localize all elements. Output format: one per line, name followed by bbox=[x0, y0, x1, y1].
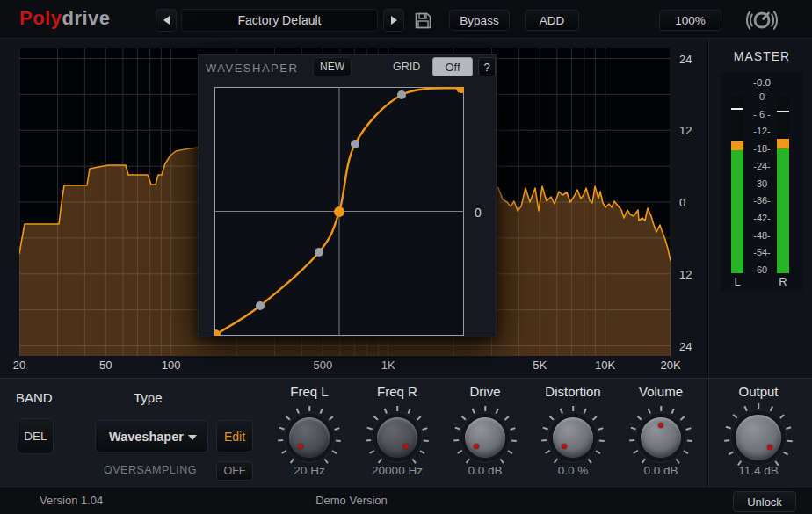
knob-indicator-dot bbox=[767, 445, 772, 450]
knob-tick bbox=[278, 439, 283, 441]
logo-text-drive: drive bbox=[62, 7, 110, 29]
knob-tick bbox=[453, 439, 459, 441]
db-axis: 241201224 bbox=[672, 48, 706, 356]
distortion-knob[interactable] bbox=[553, 417, 593, 458]
knob-tick bbox=[461, 416, 466, 420]
knob-tick bbox=[484, 406, 486, 411]
meter-green-segment bbox=[777, 148, 789, 273]
freq-tick-label: 50 bbox=[99, 358, 112, 372]
polydrive-plugin-window: Polydrive Factory Default Bypass ADD 100… bbox=[0, 0, 812, 514]
knob-tick bbox=[758, 403, 759, 409]
output-knob[interactable] bbox=[736, 415, 781, 460]
knob-tick bbox=[412, 459, 417, 464]
knob-tick bbox=[281, 450, 286, 453]
freq-tick-label: 1K bbox=[381, 358, 395, 372]
preset-selector[interactable]: Factory Default bbox=[181, 9, 378, 32]
freq-tick-label: 20 bbox=[13, 358, 25, 372]
curve-point-control[interactable] bbox=[397, 90, 406, 99]
band-type-dropdown[interactable]: Waveshaper bbox=[95, 420, 208, 452]
preset-next-button[interactable] bbox=[383, 9, 404, 32]
knob-tick bbox=[500, 459, 504, 464]
demo-label: Demo Version bbox=[264, 494, 439, 507]
peak-hold-line bbox=[731, 108, 743, 110]
db-tick-label: 24 bbox=[679, 339, 692, 352]
curve-point-control[interactable] bbox=[256, 301, 265, 310]
drive-knob[interactable] bbox=[465, 417, 505, 458]
knob-tick bbox=[504, 416, 509, 420]
knob-tick bbox=[332, 450, 337, 453]
grid-toggle[interactable]: Off bbox=[432, 57, 473, 76]
knob-tick bbox=[279, 427, 285, 430]
knob-output: Output11.4 dB bbox=[706, 382, 811, 486]
oversampling-toggle[interactable]: OFF bbox=[216, 461, 253, 481]
volume-knob[interactable] bbox=[641, 417, 681, 458]
knob-label: Volume bbox=[608, 384, 714, 399]
meter-green-segment bbox=[731, 150, 743, 273]
knob-tick bbox=[466, 459, 470, 464]
grid-label: GRID bbox=[393, 61, 420, 73]
knob-tick bbox=[786, 426, 791, 429]
peak-readout[interactable]: -0.0 bbox=[721, 77, 803, 88]
help-button[interactable]: ? bbox=[478, 57, 496, 76]
knob-tick bbox=[572, 406, 574, 411]
waveshaper-curve-editor[interactable] bbox=[214, 87, 464, 336]
knob-tick bbox=[560, 409, 563, 414]
knob-tick bbox=[637, 416, 642, 420]
knob-tick bbox=[420, 450, 425, 453]
freq-r-knob[interactable] bbox=[377, 417, 417, 458]
knob-tick bbox=[684, 450, 689, 453]
oversampling-label: OVERSAMPLING bbox=[104, 464, 197, 476]
knob-indicator-dot bbox=[298, 444, 303, 449]
knob-tick bbox=[336, 439, 341, 441]
knob-tick bbox=[671, 409, 675, 414]
delete-band-button[interactable]: DEL bbox=[18, 418, 54, 454]
freq-l-knob[interactable] bbox=[289, 417, 330, 458]
preset-prev-button[interactable] bbox=[156, 9, 177, 32]
save-preset-button[interactable] bbox=[411, 9, 434, 32]
edit-curve-button[interactable]: Edit bbox=[216, 420, 253, 452]
brand-logo-button[interactable] bbox=[743, 3, 781, 38]
new-curve-button[interactable]: NEW bbox=[313, 57, 352, 76]
master-divider bbox=[707, 39, 709, 378]
knob-tick bbox=[508, 450, 513, 453]
knob-tick bbox=[629, 439, 634, 441]
knob-tick bbox=[642, 459, 646, 464]
bypass-button[interactable]: Bypass bbox=[449, 10, 510, 31]
knob-tick bbox=[729, 452, 734, 455]
knob-tick bbox=[633, 450, 638, 453]
channel-label-right: R bbox=[777, 275, 789, 288]
knob-tick bbox=[472, 409, 475, 414]
freq-tick-label: 10K bbox=[595, 358, 615, 372]
freq-tick-label: 20K bbox=[660, 358, 680, 372]
chevron-down-icon bbox=[188, 435, 197, 440]
version-label: Version 1.04 bbox=[40, 494, 103, 507]
knob-indicator-dot bbox=[403, 444, 409, 449]
db-tick-label: 12 bbox=[679, 124, 692, 137]
knob-tick bbox=[366, 439, 371, 441]
knob-tick bbox=[770, 406, 773, 411]
knob-indicator-dot bbox=[474, 444, 479, 449]
curve-point-control[interactable] bbox=[351, 140, 359, 148]
curve-point-control[interactable] bbox=[315, 248, 323, 257]
knob-tick bbox=[631, 427, 636, 430]
knob-value: 11.4 dB bbox=[706, 464, 811, 477]
meter-orange-segment bbox=[731, 141, 743, 150]
knob-tick bbox=[541, 439, 547, 441]
knob-tick bbox=[592, 416, 597, 420]
knob-tick bbox=[369, 450, 374, 453]
unlock-button[interactable]: Unlock bbox=[733, 491, 796, 512]
knob-tick bbox=[588, 459, 592, 464]
curve-point-anchor[interactable] bbox=[334, 206, 344, 217]
add-band-button[interactable]: ADD bbox=[525, 10, 579, 31]
knob-tick bbox=[685, 427, 691, 430]
meter-bar-r bbox=[777, 97, 789, 273]
knob-tick bbox=[324, 459, 329, 464]
knob-tick bbox=[599, 439, 605, 441]
ui-scale-button[interactable]: 100% bbox=[659, 10, 721, 31]
knob-tick bbox=[320, 409, 323, 414]
knob-tick bbox=[329, 416, 333, 420]
knob-label: Output bbox=[706, 384, 811, 399]
knob-tick bbox=[457, 450, 462, 453]
knob-tick bbox=[724, 440, 729, 442]
knob-tick bbox=[543, 427, 548, 430]
